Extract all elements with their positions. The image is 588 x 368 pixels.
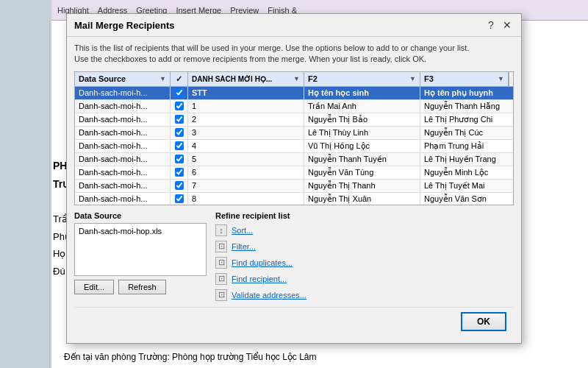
- td-col1: 7: [188, 180, 304, 192]
- td-datasource: Danh-sach-moi-h...: [75, 166, 171, 179]
- refine-link[interactable]: Find recipient...: [232, 275, 287, 283]
- table-row[interactable]: Danh-sach-moi-h...6Nguyễn Văn TùngNguyễn…: [75, 166, 513, 180]
- refine-icon: ⊡: [215, 241, 227, 252]
- refine-icon: ⊡: [215, 273, 227, 285]
- dialog-body: This is the list of recipients that will…: [67, 37, 521, 343]
- refine-icon: ↕: [215, 224, 227, 236]
- left-toolbar: [0, 21, 50, 368]
- table-row[interactable]: Danh-sach-moi-h...5Nguyễn Thanh TuyềnLê …: [75, 153, 513, 166]
- td-col1: 1: [188, 100, 304, 113]
- td-col2: Vũ Thị Hồng Lộc: [304, 140, 420, 152]
- refine-item[interactable]: ↕Sort...: [215, 224, 514, 236]
- td-datasource: Danh-sach-moi-h...: [75, 193, 171, 205]
- td-datasource: Danh-sach-moi-h...: [75, 113, 171, 126]
- td-col2: Nguyễn Văn Tùng: [304, 166, 420, 179]
- refine-item[interactable]: ⊡Find duplicates...: [215, 257, 514, 269]
- td-datasource: Danh-sach-moi-h...: [75, 140, 171, 152]
- td-datasource: Danh-sach-moi-h...: [75, 100, 171, 113]
- td-checkbox[interactable]: [171, 87, 188, 99]
- datasource-panel: Data Source Danh-sach-moi-hop.xls Edit..…: [74, 211, 207, 302]
- td-col1: 5: [188, 153, 304, 166]
- td-checkbox[interactable]: [171, 140, 188, 152]
- td-col2: Nguyễn Thị Thanh: [304, 180, 420, 192]
- td-checkbox[interactable]: [171, 153, 188, 166]
- refine-link[interactable]: Sort...: [232, 226, 253, 235]
- doc-bottom-text: Đến tại văn phòng Trường: Phòng họp trườ…: [53, 352, 588, 362]
- refine-link[interactable]: Filter...: [232, 242, 256, 251]
- td-col2: Họ tên học sinh: [304, 87, 420, 99]
- table-row[interactable]: Danh-sach-moi-h...3Lê Thị Thùy LinhNguyễ…: [75, 127, 513, 140]
- datasource-buttons: Edit... Refresh: [74, 280, 207, 294]
- table-row[interactable]: Danh-sach-moi-h...1Trần Mai AnhNguyễn Th…: [75, 100, 513, 113]
- refine-link[interactable]: Find duplicates...: [232, 258, 293, 267]
- td-col1: 3: [188, 127, 304, 139]
- td-col3: Nguyễn Thanh Hằng: [420, 100, 509, 113]
- td-col2: Trần Mai Anh: [304, 100, 420, 113]
- datasource-label: Data Source: [74, 211, 207, 220]
- close-button[interactable]: ✕: [501, 18, 514, 32]
- refine-list: ↕Sort...⊡Filter...⊡Find duplicates...⊡Fi…: [215, 224, 514, 302]
- col-header-check[interactable]: ✓: [171, 72, 188, 86]
- td-col3: Lê Thị Huyền Trang: [420, 153, 509, 166]
- td-checkbox[interactable]: [171, 180, 188, 192]
- mail-merge-dialog: Mail Merge Recipients ? ✕ This is the li…: [66, 13, 522, 344]
- td-col2: Lê Thị Thùy Linh: [304, 127, 420, 139]
- dialog-controls: ? ✕: [484, 18, 514, 32]
- col-header-f3[interactable]: F3 ▼: [420, 72, 509, 86]
- table-row[interactable]: Danh-sach-moi-h...2Nguyễn Thị BảoLê Thị …: [75, 113, 513, 127]
- td-col3: Lê Thị Phương Chi: [420, 113, 509, 126]
- table-row[interactable]: Danh-sach-moi-h...4Vũ Thị Hồng LộcPhạm T…: [75, 140, 513, 153]
- dialog-description: This is the list of recipients that will…: [74, 43, 514, 66]
- refine-label: Refine recipient list: [215, 211, 514, 220]
- td-col2: Nguyễn Thị Xuân: [304, 193, 420, 205]
- td-col3: Nguyễn Thị Cúc: [420, 127, 509, 139]
- refresh-button[interactable]: Refresh: [118, 280, 166, 294]
- td-col3: Phạm Trung Hải: [420, 140, 509, 152]
- table-row[interactable]: Danh-sach-moi-h...STTHọ tên học sinhHọ t…: [75, 87, 513, 100]
- table-row[interactable]: Danh-sach-moi-h...8Nguyễn Thị XuânNguyễn…: [75, 193, 513, 205]
- td-col1: 8: [188, 193, 304, 205]
- refine-item[interactable]: ⊡Validate addresses...: [215, 289, 514, 301]
- td-col1: 2: [188, 113, 304, 126]
- refine-icon: ⊡: [215, 289, 227, 301]
- ok-button[interactable]: OK: [461, 312, 506, 331]
- td-col1: 4: [188, 140, 304, 152]
- col-header-datasource[interactable]: Data Source ▼: [75, 72, 171, 86]
- td-datasource: Danh-sach-moi-h...: [75, 127, 171, 139]
- datasource-list[interactable]: Danh-sach-moi-hop.xls: [74, 223, 207, 276]
- bottom-section: Data Source Danh-sach-moi-hop.xls Edit..…: [74, 211, 514, 302]
- table-row[interactable]: Danh-sach-moi-h...7Nguyễn Thị ThanhLê Th…: [75, 180, 513, 193]
- td-checkbox[interactable]: [171, 127, 188, 139]
- td-datasource: Danh-sach-moi-h...: [75, 180, 171, 192]
- td-datasource: Danh-sach-moi-h...: [75, 153, 171, 166]
- edit-button[interactable]: Edit...: [74, 280, 114, 294]
- col-header-danh-sach[interactable]: DANH SÁCH MỜI HỌ... ▼: [188, 72, 304, 86]
- table-body[interactable]: Danh-sach-moi-h...STTHọ tên học sinhHọ t…: [75, 87, 513, 205]
- dialog-titlebar: Mail Merge Recipients ? ✕: [67, 14, 521, 37]
- refine-icon: ⊡: [215, 257, 227, 269]
- dialog-title: Mail Merge Recipients: [74, 20, 175, 31]
- td-checkbox[interactable]: [171, 166, 188, 179]
- td-col3: Nguyễn Văn Sơn: [420, 193, 509, 205]
- td-col3: Nguyễn Minh Lộc: [420, 166, 509, 179]
- td-checkbox[interactable]: [171, 113, 188, 126]
- refine-item[interactable]: ⊡Find recipient...: [215, 273, 514, 285]
- td-checkbox[interactable]: [171, 100, 188, 113]
- td-datasource: Danh-sach-moi-h...: [75, 87, 171, 99]
- td-col1: 6: [188, 166, 304, 179]
- td-col3: Họ tên phụ huynh: [420, 87, 509, 99]
- td-checkbox[interactable]: [171, 193, 188, 205]
- refine-item[interactable]: ⊡Filter...: [215, 241, 514, 252]
- help-button[interactable]: ?: [484, 18, 498, 32]
- datasource-list-item[interactable]: Danh-sach-moi-hop.xls: [77, 226, 204, 236]
- td-col3: Lê Thị Tuyết Mai: [420, 180, 509, 192]
- recipients-table: Data Source ▼ ✓ DANH SÁCH MỜI HỌ... ▼ F2…: [74, 71, 514, 205]
- col-header-f2[interactable]: F2 ▼: [304, 72, 420, 86]
- td-col2: Nguyễn Thanh Tuyền: [304, 153, 420, 166]
- td-col1: STT: [188, 87, 304, 99]
- refine-link[interactable]: Validate addresses...: [232, 291, 306, 300]
- refine-panel: Refine recipient list ↕Sort...⊡Filter...…: [215, 211, 514, 302]
- td-col2: Nguyễn Thị Bảo: [304, 113, 420, 126]
- dialog-footer: OK: [74, 307, 514, 337]
